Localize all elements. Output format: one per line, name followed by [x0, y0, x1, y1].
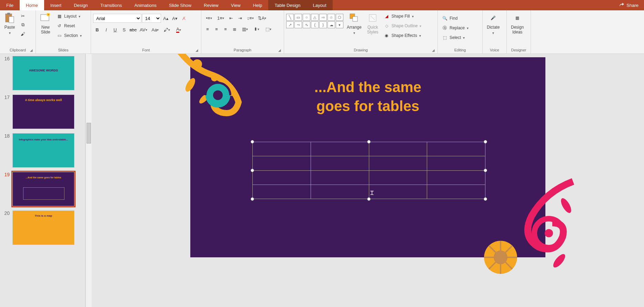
tab-home[interactable]: Home [20, 0, 44, 10]
select-button[interactable]: ⬚Select▾ [440, 33, 471, 42]
thumbnail[interactable]: A time always works well [12, 95, 74, 129]
font-size-combo[interactable]: 14 [142, 14, 161, 23]
new-slide-button[interactable]: ✦ New Slide [38, 12, 53, 35]
align-right-button[interactable]: ≡ [221, 25, 230, 33]
thumbnail[interactable]: This is a map [12, 210, 74, 245]
table-row[interactable] [253, 170, 485, 185]
shapes-gallery[interactable]: ╲ ▭ ○ △ ⇨ ☆ ⬡ ↗ ⤳ ∿ { } ☁ ▾ [286, 14, 343, 28]
selection-handle[interactable] [251, 169, 254, 172]
font-launcher[interactable]: ◢ [195, 48, 198, 52]
table-cell[interactable] [253, 170, 311, 185]
tab-transitions[interactable]: Transitions [94, 0, 128, 10]
justify-button[interactable]: ≣ [230, 25, 239, 33]
grow-font-button[interactable]: A▴ [162, 14, 170, 22]
layout-button[interactable]: ▦Layout▾ [54, 12, 84, 21]
shape-more[interactable]: ▾ [336, 21, 343, 28]
table-row[interactable] [253, 142, 485, 156]
change-case-button[interactable]: Aa▾ [150, 26, 161, 34]
selection-handle[interactable] [367, 197, 371, 201]
table-cell[interactable] [253, 156, 311, 170]
bold-button[interactable]: B [93, 26, 101, 34]
table-cell-active[interactable] [369, 185, 427, 199]
slide-thumbnail-panel[interactable]: 16 AWESOME WORDS 17 A time always works … [0, 54, 85, 307]
align-center-button[interactable]: ≡ [212, 25, 221, 33]
shape-curve[interactable]: ∿ [303, 21, 310, 28]
bullets-button[interactable]: •≡▾ [203, 14, 214, 22]
slide-canvas-area[interactable]: ...And the same goes for tables Ꮖ [92, 54, 644, 307]
tab-animations[interactable]: Animations [128, 0, 163, 10]
cut-button[interactable]: ✂ [19, 12, 27, 20]
highlight-button[interactable]: 🖍▾ [161, 26, 172, 34]
font-color-button[interactable]: A▾ [173, 26, 184, 34]
table-cell[interactable] [369, 156, 427, 170]
table-cell[interactable] [253, 142, 311, 156]
tab-view[interactable]: View [225, 0, 247, 10]
shape-star[interactable]: ☆ [328, 14, 335, 21]
thumbnail[interactable]: Infographics make your idea understable.… [12, 133, 74, 168]
tab-help[interactable]: Help [247, 0, 269, 10]
slide-thumb-17[interactable]: 17 A time always works well [0, 92, 85, 131]
tab-slideshow[interactable]: Slide Show [163, 0, 198, 10]
shape-brace-l[interactable]: { [311, 21, 319, 28]
increase-indent-button[interactable]: ⇥ [236, 14, 244, 22]
copy-button[interactable]: ⧉ [19, 21, 27, 29]
shadow-button[interactable]: S [120, 26, 128, 34]
dictate-button[interactable]: 🎤 Dictate ▾ [485, 12, 502, 36]
tab-layout[interactable]: Layout [307, 0, 333, 10]
reset-button[interactable]: ↺Reset [54, 21, 84, 30]
slide-thumb-20[interactable]: 20 This is a map [0, 208, 85, 247]
strike-button[interactable]: abc [129, 26, 137, 34]
find-button[interactable]: 🔍Find [440, 14, 471, 23]
shape-line[interactable]: ╲ [286, 14, 294, 21]
slide-thumb-18[interactable]: 18 Infographics make your idea understab… [0, 131, 85, 170]
tab-design[interactable]: Design [68, 0, 94, 10]
smartart-button[interactable]: ⬚▾ [263, 25, 274, 33]
thumbnail[interactable]: AWESOME WORDS [12, 56, 74, 90]
shape-hexagon[interactable]: ⬡ [336, 14, 343, 21]
table-grid[interactable] [252, 142, 485, 199]
slide-title[interactable]: ...And the same goes for tables [190, 78, 545, 116]
drawing-launcher[interactable]: ◢ [432, 48, 435, 52]
selection-handle[interactable] [484, 140, 487, 143]
font-name-combo[interactable]: Arial [93, 14, 141, 23]
shape-effects-button[interactable]: ◉Shape Effects▾ [382, 31, 423, 40]
table-cell[interactable] [311, 170, 369, 185]
table-row[interactable] [253, 185, 485, 199]
italic-button[interactable]: I [102, 26, 110, 34]
paragraph-launcher[interactable]: ◢ [278, 48, 281, 52]
tab-file[interactable]: File [0, 0, 20, 10]
table-cell[interactable] [369, 170, 427, 185]
shape-rect[interactable]: ▭ [294, 14, 302, 21]
shape-oval[interactable]: ○ [303, 14, 310, 21]
shape-brace-r[interactable]: } [319, 21, 327, 28]
current-slide[interactable]: ...And the same goes for tables Ꮖ [190, 57, 545, 257]
shape-triangle[interactable]: △ [311, 14, 319, 21]
decrease-indent-button[interactable]: ⇤ [227, 14, 235, 22]
char-spacing-button[interactable]: AV▾ [138, 26, 149, 34]
arrange-button[interactable]: Arrange ▾ [345, 12, 364, 36]
table-cell[interactable] [311, 142, 369, 156]
slide-thumb-16[interactable]: 16 AWESOME WORDS [0, 54, 85, 92]
underline-button[interactable]: U [111, 26, 119, 34]
selection-handle[interactable] [251, 197, 254, 201]
selection-handle[interactable] [367, 140, 371, 143]
tab-table-design[interactable]: Table Design [268, 0, 306, 10]
format-painter-button[interactable]: 🖌 [19, 30, 27, 38]
text-direction-button[interactable]: ⇅A▾ [256, 14, 268, 22]
columns-button[interactable]: ▥▾ [239, 25, 250, 33]
thumbnail-selected[interactable]: ...And the same goes for tables [12, 172, 74, 206]
align-text-button[interactable]: ⬍▾ [251, 25, 262, 33]
clipboard-launcher[interactable]: ◢ [30, 48, 33, 52]
table-cell[interactable] [311, 185, 369, 199]
numbering-button[interactable]: 1≡▾ [215, 14, 226, 22]
table-row[interactable] [253, 156, 485, 170]
shape-callout[interactable]: ☁ [328, 21, 335, 28]
align-left-button[interactable]: ≡ [203, 25, 212, 33]
slide-table[interactable]: Ꮖ [252, 142, 485, 199]
shape-fill-button[interactable]: ◢Shape Fill▾ [382, 12, 423, 21]
shape-arrow-right[interactable]: ⇨ [319, 14, 327, 21]
tab-insert[interactable]: Insert [44, 0, 68, 10]
slide-panel-scrollbar[interactable] [85, 54, 92, 307]
line-spacing-button[interactable]: ↕≡▾ [245, 14, 256, 22]
design-ideas-button[interactable]: ▦ Design Ideas [509, 12, 526, 35]
